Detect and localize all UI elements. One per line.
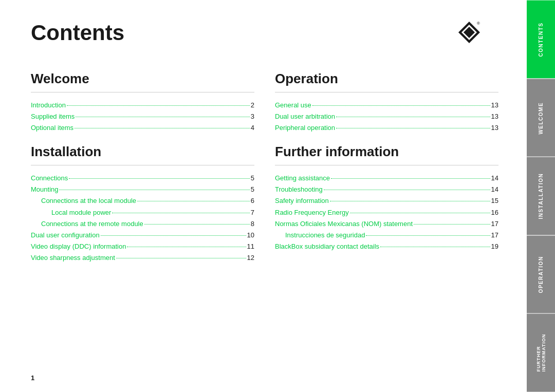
toc-instrucciones[interactable]: Instrucciones de seguridad 17 [275,230,498,241]
toc-video-display[interactable]: Video display (DDC) information 11 [31,241,254,252]
page-number: 1 [31,374,34,382]
toc-safety-information[interactable]: Safety information 15 [275,195,498,207]
toc-dual-user-config[interactable]: Dual user configuration 10 [31,230,254,241]
toc-nom-statement[interactable]: Normas Oficiales Mexicanas (NOM) stateme… [275,218,498,230]
operation-title: Operation [275,71,498,87]
left-column: Welcome Introduction 2 Supplied items 3 … [31,61,254,264]
further-info-divider [275,165,498,165]
page-title: Contents [31,21,498,45]
sidebar-tab-installation[interactable]: INSTALLATION [527,157,555,235]
toc-connections-remote[interactable]: Connections at the remote module 8 [31,218,254,230]
toc-local-module-power[interactable]: Local module power 7 [31,207,254,218]
sidebar-tab-further-information[interactable]: FURTHERINFORMATION [527,313,555,392]
installation-divider [31,165,254,165]
main-content: ® Contents Welcome Introduction 2 Suppli… [0,0,524,392]
svg-text:®: ® [477,21,480,26]
sidebar-tab-contents[interactable]: CONTENTS [527,0,555,79]
further-info-title: Further information [275,144,498,160]
toc-troubleshooting[interactable]: Troubleshooting 14 [275,184,498,195]
sidebar-tab-operation[interactable]: OPERATION [527,235,555,314]
toc-connections[interactable]: Connections 5 [31,173,254,184]
sidebar-tab-welcome[interactable]: WELCOME [527,79,555,157]
sidebar: CONTENTS WELCOME INSTALLATION OPERATION … [527,0,555,392]
toc-dual-user-arbitration[interactable]: Dual user arbitration 13 [275,111,498,122]
toc-supplied-items[interactable]: Supplied items 3 [31,111,254,122]
toc-optional-items[interactable]: Optional items 4 [31,122,254,134]
welcome-divider [31,92,254,92]
logo: ® [457,21,483,46]
toc-video-sharpness[interactable]: Video sharpness adjustment 12 [31,252,254,264]
toc-columns: Welcome Introduction 2 Supplied items 3 … [31,61,498,264]
toc-mounting[interactable]: Mounting 5 [31,184,254,195]
toc-blackbox-contact[interactable]: BlackBox subsidiary contact details 19 [275,241,498,252]
toc-introduction[interactable]: Introduction 2 [31,100,254,111]
toc-radio-frequency[interactable]: Radio Frequency Energy 16 [275,207,498,218]
toc-connections-local[interactable]: Connections at the local module 6 [31,195,254,207]
welcome-title: Welcome [31,71,254,87]
operation-divider [275,92,498,92]
right-column: Operation General use 13 Dual user arbit… [275,61,498,264]
toc-getting-assistance[interactable]: Getting assistance 14 [275,173,498,184]
toc-general-use[interactable]: General use 13 [275,100,498,111]
installation-title: Installation [31,144,254,160]
toc-peripheral-operation[interactable]: Peripheral operation 13 [275,122,498,134]
